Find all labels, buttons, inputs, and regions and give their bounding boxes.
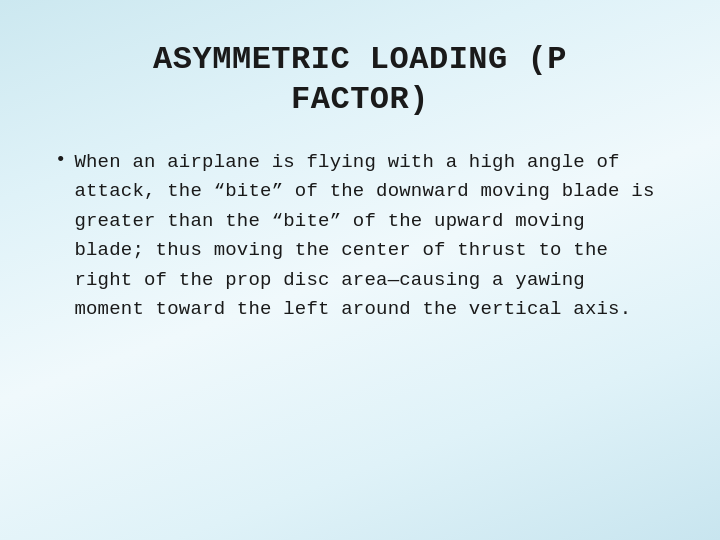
bullet-symbol: • <box>55 149 66 171</box>
title-line2: FACTOR) <box>291 81 429 118</box>
body-paragraph: When an airplane is flying with a high a… <box>74 148 665 325</box>
title-line1: ASYMMETRIC LOADING (P <box>153 41 567 78</box>
slide-title: ASYMMETRIC LOADING (P FACTOR) <box>55 40 665 120</box>
slide: ASYMMETRIC LOADING (P FACTOR) • When an … <box>0 0 720 540</box>
content-area: • When an airplane is flying with a high… <box>55 148 665 325</box>
